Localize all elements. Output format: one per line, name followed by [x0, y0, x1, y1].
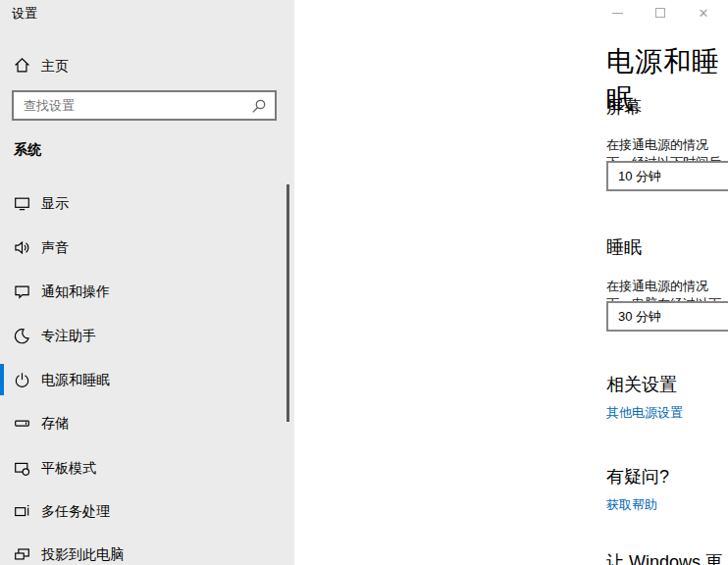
display-icon	[14, 195, 30, 212]
power-icon	[14, 372, 30, 388]
search-icon[interactable]	[251, 98, 267, 114]
sidebar-item-power-sleep[interactable]: 电源和睡眠	[0, 358, 286, 401]
sound-icon	[14, 239, 30, 256]
sidebar-item-focus-assist[interactable]: 专注助手	[0, 314, 286, 357]
dropdown-value: 30 分钟	[618, 303, 661, 330]
additional-power-settings-link[interactable]: 其他电源设置	[606, 404, 683, 422]
sidebar-item-label: 显示	[41, 181, 69, 225]
sidebar-item-home[interactable]: 主页	[0, 51, 286, 80]
project-icon	[14, 546, 30, 563]
sidebar-item-label: 存储	[41, 401, 69, 444]
sidebar-item-label: 通知和操作	[41, 270, 110, 313]
sidebar-item-sound[interactable]: 声音	[0, 226, 286, 269]
sidebar-item-label: 多任务处理	[41, 489, 110, 533]
minimize-button[interactable]	[600, 0, 634, 27]
dropdown-value: 10 分钟	[618, 163, 661, 189]
search-input[interactable]	[14, 92, 275, 119]
help-section-heading: 有疑问?	[606, 465, 669, 488]
close-button[interactable]: ✕	[687, 0, 720, 27]
sidebar-scrollbar[interactable]	[286, 184, 289, 422]
close-icon: ✕	[699, 6, 709, 21]
sidebar-item-label: 平板模式	[41, 446, 96, 489]
focus-assist-icon	[14, 328, 30, 344]
sidebar-item-storage[interactable]: 存储	[0, 401, 286, 444]
notifications-icon	[14, 283, 30, 300]
sidebar-item-label: 投影到此电脑	[41, 533, 124, 565]
sleep-timeout-dropdown[interactable]: 30 分钟	[606, 301, 728, 332]
sidebar-item-label: 专注助手	[41, 314, 96, 357]
sidebar-item-notifications[interactable]: 通知和操作	[0, 270, 286, 313]
main-content: ✕ 电源和睡眠 屏幕 在接通电源的情况下，经过以下时间后关闭 10 分钟 睡眠 …	[294, 0, 728, 565]
sidebar-item-label: 声音	[41, 226, 69, 269]
app-title: 设置	[12, 5, 37, 23]
maximize-icon	[655, 8, 665, 18]
tablet-mode-icon	[14, 460, 30, 477]
screen-timeout-dropdown[interactable]: 10 分钟	[606, 161, 728, 191]
sidebar-item-label: 主页	[41, 58, 69, 76]
sidebar-item-label: 电源和睡眠	[41, 358, 110, 401]
screen-section-heading: 屏幕	[606, 95, 642, 119]
sidebar: 设置 主页 系统 显示 声音 通知和操作 专注助手	[0, 0, 294, 565]
related-settings-heading: 相关设置	[606, 373, 677, 396]
home-icon	[14, 57, 30, 74]
get-help-link[interactable]: 获取帮助	[606, 496, 657, 514]
minimize-icon	[612, 13, 623, 14]
search-box	[12, 90, 277, 121]
selected-accent-bar	[0, 364, 4, 395]
make-windows-better-heading: 让 Windows 更好用	[606, 550, 728, 565]
storage-icon	[14, 415, 30, 432]
sidebar-item-tablet-mode[interactable]: 平板模式	[0, 446, 286, 489]
sidebar-item-display[interactable]: 显示	[0, 181, 286, 225]
maximize-button[interactable]	[644, 0, 677, 27]
settings-window: { "window": { "app_title": "设置", "contro…	[0, 0, 728, 565]
sleep-section-heading: 睡眠	[606, 235, 642, 259]
multitasking-icon	[14, 503, 30, 520]
sidebar-item-multitasking[interactable]: 多任务处理	[0, 489, 286, 533]
sidebar-section-system: 系统	[14, 141, 41, 159]
sidebar-item-project[interactable]: 投影到此电脑	[0, 533, 286, 565]
